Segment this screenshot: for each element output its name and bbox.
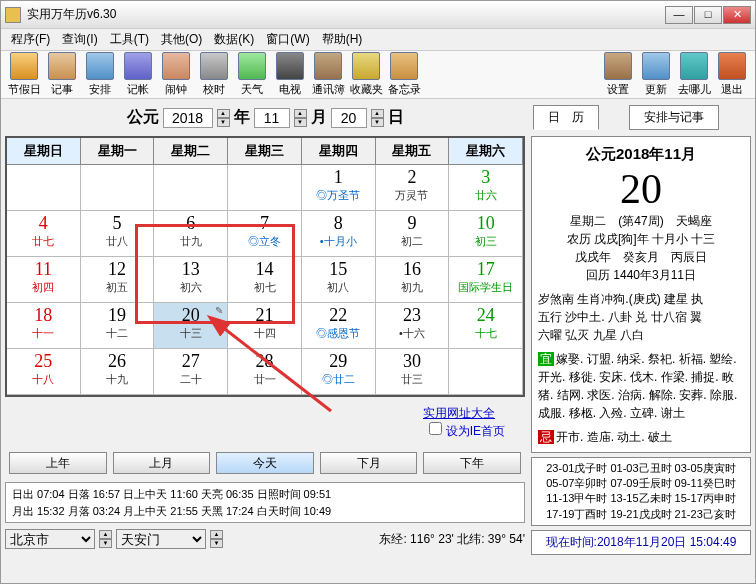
alarm-icon: [162, 52, 190, 80]
tb-memo[interactable]: 备忘录: [385, 52, 423, 97]
tab-schedule[interactable]: 安排与记事: [629, 105, 719, 130]
detail-lunar: 农历 戊戌[狗]年 十月小 十三: [538, 230, 744, 248]
calendar-cell[interactable]: 12初五: [81, 257, 155, 303]
day-detail: 公元2018年11月 20 星期二 (第47周) 天蝎座 农历 戊戌[狗]年 十…: [531, 136, 751, 453]
tb-contact[interactable]: 通讯簿: [309, 52, 347, 97]
update-icon: [642, 52, 670, 80]
tb-account[interactable]: 记帐: [119, 52, 157, 97]
close-button[interactable]: ✕: [723, 6, 751, 24]
next-year-button[interactable]: 下年: [423, 452, 521, 474]
today-button[interactable]: 今天: [216, 452, 314, 474]
calendar-cell[interactable]: 23•十六: [376, 303, 450, 349]
tb-note[interactable]: 记事: [43, 52, 81, 97]
calendar-cell[interactable]: 1◎万圣节: [302, 165, 376, 211]
minimize-button[interactable]: —: [665, 6, 693, 24]
date-selector: 公元 ▲▼ 年 ▲▼ 月 ▲▼ 日: [5, 103, 525, 132]
menu-window[interactable]: 窗口(W): [260, 31, 315, 48]
right-tabs: 日 历 安排与记事: [531, 103, 751, 132]
detail-week: 星期二 (第47周) 天蝎座: [538, 212, 744, 230]
contact-icon: [314, 52, 342, 80]
calendar-cell: [228, 165, 302, 211]
travel-icon: [680, 52, 708, 80]
month-input[interactable]: [254, 108, 290, 128]
calendar-cell[interactable]: 27二十: [154, 349, 228, 395]
detail-ji: 开市. 造庙. 动土. 破土: [538, 428, 744, 446]
calendar-cell[interactable]: 28廿一: [228, 349, 302, 395]
calendar-cell[interactable]: 10初三: [449, 211, 523, 257]
hour-table: 23-01戊子时 01-03己丑时 03-05庚寅时 05-07辛卯时 07-0…: [531, 457, 751, 527]
day-down[interactable]: ▼: [371, 118, 384, 127]
tb-schedule[interactable]: 安排: [81, 52, 119, 97]
menu-program[interactable]: 程序(F): [5, 31, 56, 48]
calendar-cell[interactable]: 8•十月小: [302, 211, 376, 257]
menu-query[interactable]: 查询(I): [56, 31, 103, 48]
calendar-cell[interactable]: 5廿八: [81, 211, 155, 257]
place-select[interactable]: 天安门: [116, 529, 206, 549]
day-input[interactable]: [331, 108, 367, 128]
main-window: 实用万年历v6.30 — □ ✕ 程序(F) 查询(I) 工具(T) 其他(O)…: [0, 0, 756, 584]
set-ie-checkbox[interactable]: [429, 422, 442, 435]
tb-holiday[interactable]: 节假日: [5, 52, 43, 97]
tb-alarm[interactable]: 闹钟: [157, 52, 195, 97]
tb-weather[interactable]: 天气: [233, 52, 271, 97]
sun-info: 日出 07:04 日落 16:57 日上中天 11:60 天亮 06:35 日照…: [5, 482, 525, 523]
month-down[interactable]: ▼: [294, 118, 307, 127]
calendar-cell[interactable]: 26十九: [81, 349, 155, 395]
calendar-cell[interactable]: 2万灵节: [376, 165, 450, 211]
calendar-cell[interactable]: 29◎廿二: [302, 349, 376, 395]
menu-data[interactable]: 数据(K): [208, 31, 260, 48]
day-up[interactable]: ▲: [371, 109, 384, 118]
year-down[interactable]: ▼: [217, 118, 230, 127]
calendar-cell[interactable]: 6廿九: [154, 211, 228, 257]
menu-other[interactable]: 其他(O): [155, 31, 208, 48]
calendar-cell[interactable]: 18十一: [7, 303, 81, 349]
tab-calendar[interactable]: 日 历: [533, 105, 599, 130]
tb-travel[interactable]: 去哪儿: [675, 52, 713, 97]
tb-timesync[interactable]: 校时: [195, 52, 233, 97]
weekday-header: 星期二: [154, 138, 228, 165]
link-sites[interactable]: 实用网址大全: [423, 406, 495, 420]
month-up[interactable]: ▲: [294, 109, 307, 118]
tb-update[interactable]: 更新: [637, 52, 675, 97]
titlebar: 实用万年历v6.30 — □ ✕: [1, 1, 755, 29]
calendar-cell[interactable]: 25十八: [7, 349, 81, 395]
schedule-icon: [86, 52, 114, 80]
tv-icon: [276, 52, 304, 80]
calendar-cell: [154, 165, 228, 211]
tb-fav[interactable]: 收藏夹: [347, 52, 385, 97]
calendar-cell[interactable]: 11初四: [7, 257, 81, 303]
menu-help[interactable]: 帮助(H): [316, 31, 369, 48]
year-up[interactable]: ▲: [217, 109, 230, 118]
calendar-cell[interactable]: 17国际学生日: [449, 257, 523, 303]
holiday-icon: [10, 52, 38, 80]
maximize-button[interactable]: □: [694, 6, 722, 24]
calendar-cell[interactable]: 20十三✎: [154, 303, 228, 349]
tb-exit[interactable]: 退出: [713, 52, 751, 97]
detail-ganzhi: 戊戌年 癸亥月 丙辰日: [538, 248, 744, 266]
next-month-button[interactable]: 下月: [320, 452, 418, 474]
tb-settings[interactable]: 设置: [599, 52, 637, 97]
calendar-cell[interactable]: 16初九: [376, 257, 450, 303]
year-input[interactable]: [163, 108, 213, 128]
calendar-cell[interactable]: 30廿三: [376, 349, 450, 395]
calendar-cell[interactable]: 4廿七: [7, 211, 81, 257]
calendar-cell[interactable]: 13初六: [154, 257, 228, 303]
prev-year-button[interactable]: 上年: [9, 452, 107, 474]
prev-month-button[interactable]: 上月: [113, 452, 211, 474]
account-icon: [124, 52, 152, 80]
coords-label: 东经: 116° 23' 北纬: 39° 54': [227, 531, 525, 548]
timesync-icon: [200, 52, 228, 80]
calendar-cell: [81, 165, 155, 211]
calendar-cell[interactable]: 24十七: [449, 303, 523, 349]
calendar-cell[interactable]: 14初七: [228, 257, 302, 303]
province-select[interactable]: 北京市: [5, 529, 95, 549]
menu-tools[interactable]: 工具(T): [104, 31, 155, 48]
calendar-cell[interactable]: 21十四: [228, 303, 302, 349]
calendar-cell[interactable]: 22◎感恩节: [302, 303, 376, 349]
calendar-cell[interactable]: 7◎立冬: [228, 211, 302, 257]
calendar-cell[interactable]: 9初二: [376, 211, 450, 257]
tb-tv[interactable]: 电视: [271, 52, 309, 97]
calendar-cell[interactable]: 3廿六: [449, 165, 523, 211]
calendar-cell[interactable]: 19十二: [81, 303, 155, 349]
calendar-cell[interactable]: 15初八: [302, 257, 376, 303]
